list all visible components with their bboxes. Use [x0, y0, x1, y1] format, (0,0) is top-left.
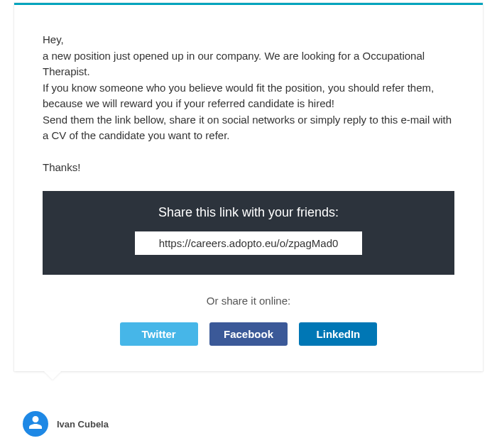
share-box: Share this link with your friends: https… — [43, 191, 454, 275]
page: Hey, a new position just opened up in ou… — [0, 3, 497, 448]
facebook-button[interactable]: Facebook — [209, 322, 288, 346]
twitter-button[interactable]: Twitter — [120, 322, 198, 346]
message-thanks: Thanks! — [43, 160, 454, 176]
message-greeting: Hey, — [43, 33, 64, 45]
message-body: Hey, a new position just opened up in ou… — [43, 32, 454, 144]
card-tail — [44, 371, 61, 380]
linkedin-button[interactable]: LinkedIn — [299, 322, 377, 346]
or-share-text: Or share it online: — [43, 295, 454, 307]
share-url[interactable]: https://careers.adopto.eu/o/zpagMad0 — [135, 231, 362, 255]
message-line-3: If you know someone who you believe woul… — [43, 82, 434, 110]
message-line-2: a new position just opened up in our com… — [43, 50, 425, 78]
author-row: Ivan Cubela — [23, 411, 109, 437]
avatar — [23, 411, 48, 437]
share-box-title: Share this link with your friends: — [57, 205, 440, 220]
person-icon — [28, 415, 43, 433]
message-line-4: Send them the link bellow, share it on s… — [43, 114, 452, 142]
author-name: Ivan Cubela — [57, 419, 109, 430]
social-buttons-row: Twitter Facebook LinkedIn — [43, 322, 454, 346]
referral-card: Hey, a new position just opened up in ou… — [14, 3, 483, 371]
